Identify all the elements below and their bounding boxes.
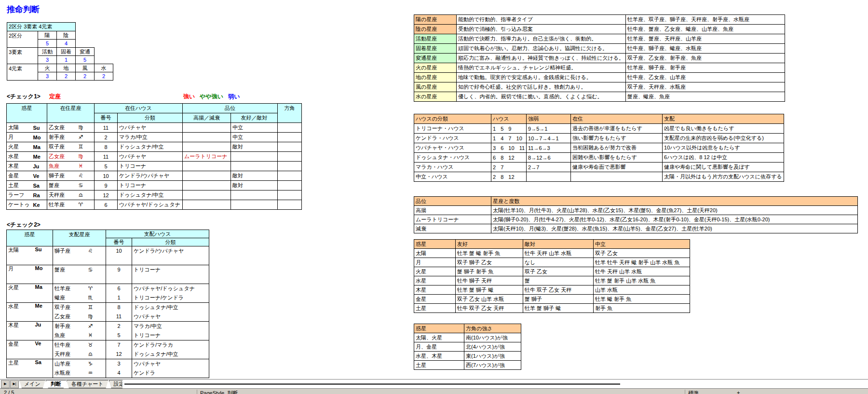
check1-exalt[interactable]: [183, 133, 231, 142]
check2-header-num[interactable]: 番号: [106, 238, 132, 246]
check1-planet[interactable]: ラーフ: [7, 190, 32, 200]
check1-header-house[interactable]: 在住ハウス: [95, 104, 183, 113]
check1-house-num[interactable]: 8: [95, 142, 118, 152]
friendship-table-cell[interactable]: 双子 乙女: [594, 249, 690, 258]
check2-sign[interactable]: 射手座魚座: [53, 322, 87, 340]
check1-planet[interactable]: ケートゥ: [7, 200, 32, 210]
house-classes-table-cell[interactable]: 健康や寿命面で悪影響: [571, 163, 663, 172]
summary-value[interactable]: 3: [38, 56, 57, 64]
house-classes-table-cell[interactable]: 2→7: [527, 163, 571, 172]
summary-group-label[interactable]: 3要素: [7, 48, 38, 64]
check1-sign[interactable]: 魚座: [47, 162, 77, 171]
check2-sign-symbol[interactable]: ♌: [87, 246, 106, 265]
summary-value[interactable]: 5: [38, 40, 57, 48]
check1-direction[interactable]: [278, 133, 302, 142]
check2-sign[interactable]: 獅子座: [53, 246, 87, 265]
check1-house-num[interactable]: 9: [95, 181, 118, 190]
check2-planet-abbr[interactable]: Ve: [34, 340, 53, 359]
check1-house-num[interactable]: 12: [95, 190, 118, 200]
check2-planet[interactable]: 太陽: [7, 246, 34, 265]
check1-friend[interactable]: 中立: [231, 133, 278, 142]
check1-header-dignity[interactable]: 品位: [183, 104, 278, 113]
house-classes-table-cell[interactable]: 10→7→4→1: [527, 134, 571, 143]
check1-direction[interactable]: [278, 190, 302, 200]
house-classes-table-cell[interactable]: 中立・ハウス: [414, 172, 491, 182]
check2-sign[interactable]: 山羊座水瓶座: [53, 359, 87, 378]
check1-planet[interactable]: 月: [7, 133, 32, 142]
check1-sign-symbol[interactable]: ♍: [77, 123, 95, 133]
check1-planet[interactable]: 土星: [7, 181, 32, 190]
sign-type-label[interactable]: 風の星座: [414, 82, 457, 92]
sign-type-signs[interactable]: 牡羊座、双子座、獅子座、天秤座、射手座、水瓶座: [626, 15, 785, 25]
dignity-table-cell[interactable]: ムーラトリコーナ: [414, 215, 491, 224]
check1-house-class[interactable]: トリコーナ: [118, 162, 183, 171]
friendship-table-cell[interactable]: 火星: [414, 267, 456, 276]
check2-sign-symbol[interactable]: ♐♓: [87, 322, 106, 340]
sign-type-label[interactable]: 陰の星座: [414, 25, 457, 34]
dignity-table-cell[interactable]: 太陽(牡羊10)、月(牡牛3)、火星(山羊28)、水星(乙女15)、木星(蟹5)…: [491, 206, 858, 215]
friendship-table-cell[interactable]: 蟹: [523, 276, 594, 285]
dignity-table-header[interactable]: 品位: [414, 197, 491, 206]
summary-col-header[interactable]: 固着: [57, 48, 76, 56]
check1-header-class[interactable]: 分類: [118, 113, 183, 123]
friendship-table-header[interactable]: 敵対: [523, 240, 594, 249]
house-classes-table-cell[interactable]: 強い影響力をもたらす: [571, 134, 663, 143]
sign-type-desc[interactable]: 能動的で行動的、指導者タイプ: [457, 15, 626, 25]
sign-type-label[interactable]: 地の星座: [414, 73, 457, 82]
check1-sign-symbol[interactable]: ♐: [77, 133, 95, 142]
friendship-table-cell[interactable]: 牡羊 牡牛 天秤 蠍 射手 山羊 水瓶 魚: [594, 258, 690, 267]
friendship-table-cell[interactable]: 水星: [414, 276, 456, 285]
house-classes-table-cell[interactable]: 3 6 10 11: [491, 143, 527, 153]
check1-house-class[interactable]: ケンドラ/ウパチャヤ: [118, 171, 183, 181]
sign-type-signs[interactable]: 牡羊座、蟹座、天秤座、山羊座: [626, 34, 785, 44]
check1-direction[interactable]: [278, 162, 302, 171]
house-classes-table-cell[interactable]: 6ハウスは凶、8 12 は中立: [663, 153, 784, 163]
house-classes-table-cell[interactable]: ケンドラ・ハウス: [414, 134, 491, 143]
summary-value[interactable]: 2: [95, 72, 113, 81]
house-classes-table-cell[interactable]: 太陽・月以外はもう片方の支配ハウスに依存する: [663, 172, 784, 182]
check2-house-num[interactable]: 9: [106, 265, 132, 284]
friendship-table-cell[interactable]: 月: [414, 258, 456, 267]
sign-type-signs[interactable]: 双子座、乙女座、射手座、魚座: [626, 54, 785, 63]
sign-type-signs[interactable]: 牡羊座、獅子座、射手座: [626, 63, 785, 73]
sign-type-desc[interactable]: 知的で好奇心旺盛。社交的で話し好き。独創力あり。: [457, 82, 626, 92]
friendship-table-cell[interactable]: 蟹 獅子: [523, 295, 594, 304]
check1-planet-abbr[interactable]: Ve: [32, 171, 47, 181]
check1-header-exalt[interactable]: 高揚／減衰: [183, 113, 231, 123]
check2-planet[interactable]: 木星: [7, 322, 34, 340]
check1-header-friend[interactable]: 友好／敵対: [231, 113, 278, 123]
sign-type-signs[interactable]: 双子座、天秤座、水瓶座: [626, 82, 785, 92]
friendship-table-cell[interactable]: 双子 乙女: [523, 267, 594, 276]
check2-sign[interactable]: 牡牛座天秤座: [53, 340, 87, 359]
house-classes-table-header[interactable]: 在住: [571, 114, 663, 124]
check2-header-planet[interactable]: 惑星: [7, 230, 53, 246]
check2-sign[interactable]: 牡羊座蠍座: [53, 284, 87, 303]
check1-exalt[interactable]: [183, 142, 231, 152]
dignity-table-cell[interactable]: 減衰: [414, 224, 491, 233]
summary-col-header[interactable]: 火: [38, 64, 57, 72]
house-classes-table-cell[interactable]: [571, 172, 663, 182]
check1-planet-abbr[interactable]: Ju: [32, 162, 47, 171]
check1-direction[interactable]: [278, 123, 302, 133]
sheet-tab-判断[interactable]: 判断: [46, 380, 66, 388]
dignity-table-cell[interactable]: 太陽(天秤10)、月(蠍3)、火星(蟹28)、水星(魚15)、木星(山羊5)、金…: [491, 224, 858, 233]
check2-planet-abbr[interactable]: Sa: [34, 359, 53, 378]
friendship-table-cell[interactable]: 射手 魚: [594, 304, 690, 313]
directions-table-header[interactable]: 方角の強さ: [464, 324, 521, 333]
check1-sign[interactable]: 射手座: [47, 133, 77, 142]
check2-planet[interactable]: 水星: [7, 303, 34, 322]
check1-header-direction[interactable]: 方角: [278, 104, 302, 123]
house-classes-table-cell[interactable]: 2 7: [491, 163, 527, 172]
check2-planet[interactable]: 土星: [7, 359, 34, 378]
friendship-table-cell[interactable]: 土星: [414, 304, 456, 313]
friendship-table-cell[interactable]: 牡羊 蟹 獅子 蠍: [523, 304, 594, 313]
check1-friend[interactable]: 中立: [231, 123, 278, 133]
friendship-table-cell[interactable]: 牡牛 獅子 天秤: [456, 276, 523, 285]
check1-house-class[interactable]: トリコーナ: [118, 181, 183, 190]
sign-type-label[interactable]: 火の星座: [414, 63, 457, 73]
house-classes-table-cell[interactable]: 6 8 12: [491, 153, 527, 163]
check1-direction[interactable]: [278, 142, 302, 152]
check1-house-num[interactable]: 2: [95, 133, 118, 142]
check2-sign-symbol[interactable]: ♊♍: [87, 303, 106, 322]
sheet-tab-設定[interactable]: 設定: [109, 380, 122, 388]
